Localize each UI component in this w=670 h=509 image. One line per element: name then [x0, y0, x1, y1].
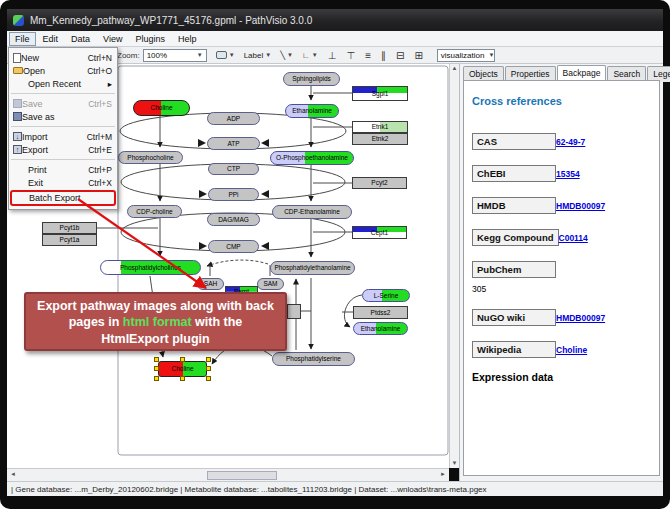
chevron-down-icon: ▼ [193, 52, 203, 58]
selection-handle[interactable] [180, 357, 185, 362]
node-phosphatidylethanolamine[interactable]: Phosphatidylethanolamine [270, 261, 355, 275]
node-etnk1[interactable]: Etnk1 [352, 121, 408, 133]
node-phosphocholine[interactable]: Phosphocholine [118, 151, 183, 164]
connector-tool-button[interactable]: ∟ ▼ [302, 51, 318, 60]
file-menu-item-open-recent[interactable]: Open Recent▸ [9, 77, 117, 90]
scroll-down-icon[interactable]: ▼ [452, 459, 458, 468]
menu-file[interactable]: File [9, 32, 36, 46]
scrollbar-thumb[interactable] [207, 471, 277, 480]
xref-link[interactable]: HMDB00097 [556, 201, 605, 211]
file-menu-item-exit[interactable]: ExitCtrl+X [9, 176, 117, 189]
node-ppi[interactable]: PPi [208, 188, 259, 201]
label-button[interactable]: Label ▼ [244, 51, 272, 60]
align-width-button[interactable]: ⊟ [396, 50, 404, 61]
scroll-left-icon[interactable]: ◄ [10, 471, 16, 477]
file-menu: NewCtrl+NOpenCtrl+OOpen Recent▸SaveCtrl+… [8, 47, 118, 210]
node-cdp-choline[interactable]: CDP-choline [127, 205, 182, 218]
file-menu-item-batch-export[interactable]: Batch Export [10, 190, 116, 206]
file-menu-item-save-as[interactable]: Save as [9, 110, 117, 123]
node-atp[interactable]: ATP [207, 137, 260, 150]
node-sam[interactable]: SAM [257, 278, 284, 290]
gene-datanode-button[interactable]: ▼ [216, 51, 235, 59]
vertical-scrollbar[interactable]: ▲ ▼ [449, 64, 459, 468]
visualization-select[interactable]: visualization ▼ [437, 49, 495, 62]
xref-section-kegg-compound: Kegg CompoundC00114 [472, 227, 651, 246]
file-menu-item-export[interactable]: ExportCtrl+E [9, 143, 117, 156]
open-folder-icon [13, 67, 23, 74]
node-o-phosphoethanolamine[interactable]: O-Phosphoethanolamine [270, 151, 354, 165]
node-gene-box[interactable] [287, 304, 301, 319]
selection-handle[interactable] [180, 376, 185, 381]
node-cmp[interactable]: CMP [208, 240, 259, 253]
node-sah[interactable]: SAH [197, 278, 224, 290]
horizontal-scrollbar[interactable]: ◄ ► [7, 468, 449, 481]
align-center-y-button[interactable]: ⊤ [346, 50, 355, 61]
node-etnk2[interactable]: Etnk2 [352, 133, 408, 145]
scroll-up-icon[interactable]: ▲ [452, 64, 458, 73]
xref-link[interactable]: HMDB00097 [556, 313, 605, 323]
node-ptdss2[interactable]: Ptdss2 [353, 306, 408, 319]
line-tool-button[interactable]: ╲ ▼ [280, 51, 293, 60]
xref-title: PubChem [472, 261, 556, 278]
node-ethanolamine[interactable]: Ethanolamine [353, 322, 408, 335]
node-sphingolipids[interactable]: Sphingolipids [283, 72, 340, 86]
node-ethanolamine[interactable]: Ethanolamine [285, 104, 339, 118]
stack-vertical-icon: ≡ [365, 50, 371, 61]
node-phosphatidylserine[interactable]: Phosphatidylserine [272, 352, 355, 366]
save-disk-icon [13, 99, 22, 108]
selection-handle[interactable] [154, 357, 159, 362]
xref-link[interactable]: C00114 [559, 233, 588, 243]
stack-horizontal-button[interactable]: ∥ [381, 50, 386, 61]
file-menu-item-label: Open Recent [28, 79, 104, 89]
status-bar: | Gene database: ...m_Derby_20120602.bri… [7, 481, 663, 496]
xref-section-wikipedia: WikipediaCholine [472, 339, 651, 358]
node-cdp-ethanolamine[interactable]: CDP-Ethanolamine [272, 205, 352, 219]
app-icon [13, 15, 24, 26]
menu-data[interactable]: Data [65, 32, 96, 46]
xref-link[interactable]: Choline [556, 345, 587, 355]
shortcut-label: Ctrl+N [88, 53, 112, 63]
stack-vertical-button[interactable]: ≡ [365, 50, 371, 61]
node-pcyt1a[interactable]: Pcyt1a [42, 234, 97, 246]
menu-plugins[interactable]: Plugins [129, 32, 171, 46]
align-height-button[interactable]: ⊞ [414, 50, 422, 61]
new-file-icon [13, 53, 21, 63]
selection-handle[interactable] [206, 366, 211, 371]
node-adp[interactable]: ADP [207, 112, 260, 125]
submenu-arrow-icon: ▸ [108, 79, 112, 89]
menu-edit[interactable]: Edit [37, 32, 65, 46]
node-l-serine[interactable]: L-Serine [362, 289, 410, 302]
file-menu-item-label: New [21, 53, 84, 63]
node-phosphatidylcholines[interactable]: Phosphatidylcholines [100, 260, 201, 275]
zoom-select[interactable]: 100% ▼ [143, 49, 207, 62]
selection-handle[interactable] [154, 366, 159, 371]
node-ctp[interactable]: CTP [208, 163, 259, 175]
node-dag-mag[interactable]: DAG/MAG [207, 213, 260, 226]
file-menu-item-new[interactable]: NewCtrl+N [9, 51, 117, 64]
xref-link[interactable]: 15354 [556, 169, 580, 179]
node-choline[interactable]: Choline [133, 100, 190, 116]
tab-backpage[interactable]: Backpage [557, 65, 607, 81]
node-cept1[interactable]: Cept1 [352, 226, 407, 239]
menu-help[interactable]: Help [172, 32, 203, 46]
import-icon [13, 132, 22, 141]
file-menu-item-import[interactable]: ImportCtrl+M [9, 130, 117, 143]
file-menu-item-open[interactable]: OpenCtrl+O [9, 64, 117, 77]
sidebar-panel: ObjectsPropertiesBackpageSearchLegend Cr… [459, 64, 663, 481]
selection-handle[interactable] [206, 357, 211, 362]
file-menu-item-label: Save [22, 99, 84, 109]
align-center-x-button[interactable]: ⊥ [328, 50, 337, 61]
menu-view[interactable]: View [97, 32, 128, 46]
xref-link[interactable]: 62-49-7 [556, 137, 585, 147]
node-pcyt1b[interactable]: Pcyt1b [42, 222, 97, 234]
scroll-right-icon[interactable]: ► [440, 471, 446, 477]
node-pcyt2[interactable]: Pcyt2 [352, 177, 407, 189]
file-menu-item-print[interactable]: PrintCtrl+P [9, 163, 117, 176]
menu-separator [11, 126, 115, 127]
selection-handle[interactable] [154, 376, 159, 381]
align-center-x-icon: ⊥ [328, 50, 337, 61]
selection-handle[interactable] [206, 376, 211, 381]
node-sgpl1[interactable]: Sgpl1 [352, 86, 408, 101]
node-choline[interactable]: Choline [158, 361, 207, 377]
xref-list: CAS62-49-7ChEBI15354HMDBHMDB00097Kegg Co… [472, 131, 651, 358]
